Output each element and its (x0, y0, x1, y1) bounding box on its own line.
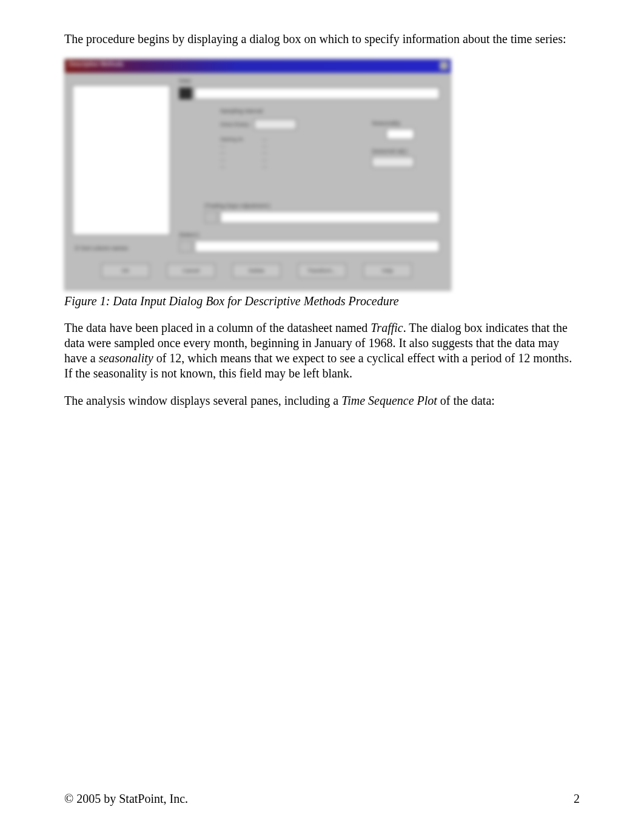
dialog-title: Descriptive Methods (69, 61, 124, 67)
trading-days-input[interactable] (220, 211, 440, 223)
page-footer: © 2005 by StatPoint, Inc. 2 (64, 792, 580, 806)
figure-1-container: Descriptive Methods Data: Sampling Inter… (64, 59, 580, 291)
select-label: (Select:) (179, 232, 200, 238)
dialog-body: Data: Sampling Interval: Once Every: Sta… (65, 73, 451, 290)
dialog-box: Descriptive Methods Data: Sampling Inter… (64, 59, 451, 291)
copyright-text: © 2005 by StatPoint, Inc. (64, 792, 188, 806)
cancel-button[interactable]: Cancel (167, 263, 215, 278)
delete-button[interactable]: Delete (232, 263, 281, 278)
sampling-interval-group: Sampling Interval: Once Every: Starting … (220, 108, 366, 193)
data-input[interactable] (195, 87, 440, 100)
seasonality-input[interactable] (386, 129, 414, 140)
intro-paragraph: The procedure begins by displaying a dia… (64, 32, 580, 47)
sampling-interval-label: Sampling Interval: (220, 108, 366, 114)
select-arrow-icon[interactable] (179, 240, 192, 252)
select-input[interactable] (195, 240, 440, 252)
trading-days-label: (Trading Days Adjustment:) (204, 203, 270, 209)
paragraph-2: The data have been placed in a column of… (64, 320, 580, 381)
trading-arrow-icon[interactable] (204, 211, 218, 223)
ok-button[interactable]: OK (101, 263, 150, 278)
seasonality-group: Seasonality: (seasonal adj.) (372, 120, 438, 167)
seasonality-label: Seasonality: (372, 120, 438, 126)
seasonal-adjust-combo[interactable] (372, 157, 414, 167)
variables-listbox[interactable] (72, 85, 170, 235)
arrow-right-icon[interactable] (179, 87, 192, 100)
data-label: Data: (179, 78, 192, 84)
once-every-label: Once Every: (220, 121, 250, 127)
starting-at-col1: Starting At: — — — — (220, 136, 244, 170)
page-number: 2 (574, 792, 580, 806)
close-icon[interactable] (440, 61, 448, 70)
paragraph-3: The analysis window displays several pan… (64, 393, 580, 408)
dialog-button-row: OK Cancel Delete Transform... Help (101, 263, 412, 278)
transform-button[interactable]: Transform... (298, 263, 346, 278)
starting-at-group: Starting At: — — — — — — — — — (220, 136, 366, 170)
dialog-titlebar: Descriptive Methods (65, 59, 451, 73)
seasonal-adjust-label: (seasonal adj.) (372, 148, 438, 154)
interval-combo[interactable] (254, 119, 297, 130)
figure-1-caption: Figure 1: Data Input Dialog Box for Desc… (64, 294, 580, 308)
sort-column-names-checkbox[interactable]: ☑ Sort column names (75, 245, 128, 251)
help-button[interactable]: Help (363, 263, 412, 278)
starting-at-col2: — — — — — (262, 136, 267, 170)
